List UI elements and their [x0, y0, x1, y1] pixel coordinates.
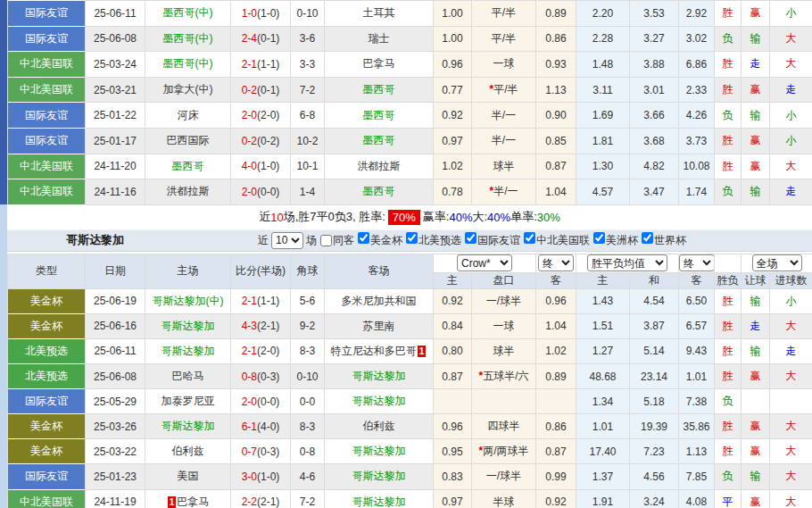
date-cell: 25-01-23 [86, 464, 145, 489]
date-cell: 25-05-29 [86, 389, 145, 414]
asian-away-odds: 0.86 [536, 26, 576, 52]
competition-type-cell: 美金杯 [8, 313, 86, 338]
competition-type-cell: 中北美国联 [8, 179, 86, 205]
sub-header-asian-home: 主 [434, 272, 472, 288]
filter-checkbox-中北美国联[interactable] [524, 232, 535, 244]
asian-away-odds: 1.13 [536, 77, 576, 103]
corner-cell: 3-6 [291, 26, 325, 52]
team-name: 加拿大(中) [163, 83, 213, 96]
team-name: 墨西哥 [363, 185, 395, 197]
result-goals-cell: 小 [770, 128, 812, 154]
col-header-date: 日期 [86, 254, 145, 288]
competition-type-cell: 国际友谊 [8, 1, 86, 27]
match-row: 中北美国联24-11-191巴拿马2-2(2-1)7-2哥斯达黎加0.97半球0… [8, 489, 812, 508]
team-name: 伯利兹 [172, 445, 204, 457]
home-team-cell: 哥斯达黎加(中) [145, 288, 231, 313]
col-header-away: 客场 [325, 254, 434, 288]
same-away-label: 同客 [333, 233, 354, 248]
filter-checkbox-美洲杯[interactable] [593, 232, 605, 244]
euro-draw-odds: 7.23 [630, 439, 679, 464]
euro-home-odds: 1.48 [576, 52, 630, 78]
result-goals-cell: 大 [770, 364, 812, 389]
team-name: 墨西哥(中) [163, 6, 213, 19]
result-handicap-cell: 走 [742, 313, 770, 338]
date-cell: 25-06-16 [86, 313, 145, 338]
euro-draw-odds: 3.87 [630, 313, 679, 338]
euro-final-select[interactable]: 终 [679, 254, 715, 271]
fulltime-score: 2-4 [242, 32, 257, 45]
result-goals-cell: 大 [770, 313, 812, 338]
result-handicap-cell: 输 [742, 26, 770, 52]
match-range-select[interactable]: 10 [271, 232, 303, 249]
euro-home-odds: 1.27 [576, 338, 630, 363]
result-wdl-cell: 胜 [715, 52, 742, 78]
euro-away-odds: 3.02 [679, 26, 715, 52]
same-away-checkbox[interactable] [320, 235, 332, 246]
euro-home-odds: 1.37 [576, 464, 630, 489]
fulltime-score: 2-1 [242, 345, 257, 357]
asian-home-odds: 0.80 [434, 338, 472, 363]
corner-cell: 8-3 [291, 338, 325, 363]
home-team-cell: 美国 [145, 464, 231, 489]
match-row: 中北美国联25-03-24墨西哥(中)2-1(1-1)3-3巴拿马0.96一球0… [8, 52, 812, 78]
competition-type-cell: 中北美国联 [8, 77, 86, 103]
result-handicap-cell: 赢 [742, 154, 770, 179]
team-name: 墨西哥 [363, 83, 395, 96]
euro-away-odds: 9.43 [679, 338, 715, 363]
halftime-score: (1-0) [257, 7, 279, 20]
asian-away-odds: 0.93 [536, 52, 576, 78]
euro-draw-odds: 3.27 [630, 26, 679, 52]
away-team-cell: 伯利兹 [325, 414, 434, 439]
team-name: 土耳其 [363, 6, 395, 19]
asian-home-odds: 0.95 [434, 439, 472, 464]
star-marker: * [489, 83, 493, 96]
away-team-cell: 哥斯达黎加 [325, 389, 434, 414]
score-cell: 4-0(1-0) [231, 154, 291, 179]
asian-away-odds [536, 389, 576, 414]
asian-away-odds: 0.85 [536, 128, 576, 154]
score-cell: 6-1(4-0) [231, 414, 291, 439]
handicap-line-cell [472, 389, 536, 414]
summary-segment: 40% [449, 211, 472, 224]
asian-away-odds: 0.89 [536, 1, 576, 27]
record-summary: 近10场,胜7平0负3, 胜率:70%赢率:40% 大:40% 单率:30% [7, 205, 812, 229]
scope-select[interactable]: 全场 [752, 254, 802, 271]
halftime-score: (1-1) [257, 58, 279, 71]
filter-checkbox-美金杯[interactable] [358, 232, 369, 244]
halftime-score: (2-0) [257, 109, 279, 121]
fulltime-score: 4-0 [242, 160, 257, 172]
euro-away-odds: 4.26 [679, 103, 715, 129]
home-team-cell: 墨西哥(中) [145, 52, 231, 78]
team-name: 巴拿马 [363, 57, 395, 70]
filter-checkbox-国际友谊[interactable] [465, 232, 476, 244]
euro-away-odds: 7.85 [679, 464, 715, 489]
wdl-average-select[interactable]: 胜平负均值 [587, 254, 667, 271]
result-wdl-cell: 胜 [715, 128, 742, 154]
euro-draw-odds: 4.82 [630, 154, 679, 179]
asian-home-odds: 0.92 [434, 288, 472, 313]
result-handicap-cell: 输 [742, 464, 770, 489]
team-name: 哥斯达黎加 [162, 345, 215, 357]
date-cell: 24-11-16 [86, 179, 145, 205]
summary-segment: 70% [388, 210, 420, 225]
corner-cell: 10-1 [291, 154, 325, 179]
asian-final-select[interactable]: 终 [538, 254, 574, 271]
filter-checkbox-世界杯[interactable] [642, 232, 653, 244]
summary-segment: 10 [270, 211, 283, 224]
odds-provider-select[interactable]: Crow* [457, 254, 512, 271]
away-team-cell: 瑞士 [325, 26, 434, 52]
col-header-corner: 角球 [291, 254, 325, 288]
euro-away-odds: 6.86 [679, 52, 715, 78]
match-row: 国际友谊25-06-11墨西哥(中)1-0(1-0)0-10土耳其1.00平/半… [8, 1, 812, 27]
filter-checkbox-北美预选[interactable] [406, 232, 418, 244]
left-edge-strip-top [0, 0, 7, 204]
result-wdl-cell: 胜 [715, 414, 742, 439]
summary-segment: 30% [537, 211, 560, 224]
asian-away-odds: 0.99 [536, 464, 576, 489]
euro-away-odds: 10.08 [679, 154, 715, 179]
away-team-cell: 墨西哥 [325, 103, 434, 129]
fulltime-score: 2-0 [242, 109, 257, 121]
team-name: 洪都拉斯 [358, 160, 401, 172]
result-goals-cell: 小 [770, 103, 812, 129]
red-card-badge: 1 [168, 496, 177, 508]
